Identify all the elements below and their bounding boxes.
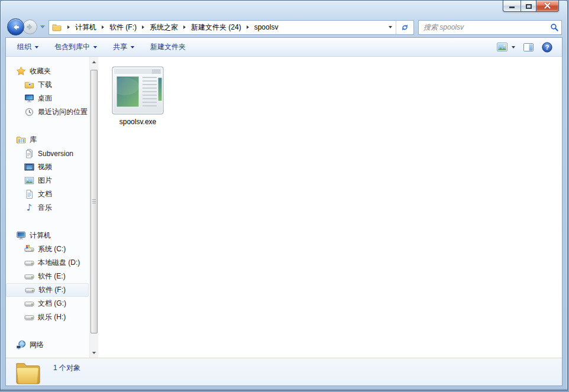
toolbar-button[interactable]: 共享	[113, 42, 134, 52]
toolbar-button[interactable]: 组织	[17, 42, 38, 52]
toolbar-button[interactable]: 新建文件夹	[150, 42, 186, 52]
breadcrumb-item[interactable]: 计算机	[74, 22, 98, 33]
sidebar-section-header[interactable]: 网络	[6, 338, 89, 352]
chevron-down-icon	[35, 46, 38, 48]
file-item[interactable]: spoolsv.exe	[110, 66, 166, 126]
client-area: 组织包含到库中共享新建文件夹	[5, 37, 562, 386]
titlebar[interactable]	[1, 1, 567, 17]
chevron-down-icon	[512, 46, 515, 48]
minimize-button[interactable]	[503, 1, 520, 12]
sidebar-item[interactable]: 图片	[6, 174, 89, 187]
refresh-icon	[400, 23, 409, 32]
sidebar-item-label: Subversion	[38, 150, 73, 158]
sidebar-item[interactable]: 文档	[6, 187, 89, 201]
toolbar-button-label: 新建文件夹	[150, 42, 186, 52]
sidebar-item-label: 文档	[38, 189, 52, 199]
breadcrumb-item[interactable]: 新建文件夹 (24)	[190, 22, 243, 33]
sidebar-item-label: 系统 (C:)	[38, 244, 66, 254]
toolbar-button-label: 组织	[17, 42, 31, 52]
preview-pane-button[interactable]	[523, 43, 534, 51]
sidebar-item-label: 图片	[38, 176, 52, 186]
forward-arrow-icon	[26, 24, 34, 31]
breadcrumb-item[interactable]: spoolsv	[253, 23, 280, 31]
triangle-down-icon	[92, 352, 96, 354]
close-button[interactable]	[536, 1, 559, 12]
address-bar[interactable]: 计算机软件 (F:)系统之家新建文件夹 (24)spoolsv	[49, 20, 414, 35]
sidebar-section-header[interactable]: 收藏夹	[6, 64, 89, 78]
sidebar-item[interactable]: 娱乐 (H:)	[6, 310, 89, 324]
sidebar-section-header[interactable]: 计算机	[6, 229, 89, 242]
search-box	[418, 20, 562, 35]
sidebar-section-label: 收藏夹	[30, 66, 51, 76]
breadcrumb-separator-icon	[102, 25, 104, 29]
sidebar-item[interactable]: 下载	[6, 78, 89, 92]
video-icon	[24, 162, 34, 172]
sidebar-item[interactable]: 软件 (E:)	[6, 270, 89, 283]
recent-pages-dropdown-icon[interactable]	[40, 25, 45, 28]
minimize-icon	[509, 7, 515, 8]
refresh-button[interactable]	[396, 21, 413, 34]
sidebar-item-label: 娱乐 (H:)	[38, 312, 66, 322]
sidebar-section: 收藏夹下载桌面最近访问的位置	[6, 64, 89, 119]
file-name: spoolsv.exe	[110, 118, 166, 126]
sidebar-item[interactable]: Subversion	[6, 147, 89, 160]
views-button[interactable]	[497, 43, 515, 51]
sidebar-item[interactable]: ♪音乐	[6, 201, 89, 215]
document-icon	[24, 189, 34, 199]
library-icon	[16, 135, 26, 145]
command-toolbar: 组织包含到库中共享新建文件夹	[6, 38, 562, 57]
breadcrumb-separator-icon	[142, 25, 144, 29]
recent-places-icon	[24, 107, 34, 117]
triangle-up-icon	[92, 61, 96, 63]
desktop-icon	[24, 93, 34, 103]
folder-icon	[14, 359, 42, 386]
sidebar-item[interactable]: 系统 (C:)	[6, 242, 89, 256]
sidebar-scrollbar[interactable]	[89, 57, 98, 358]
drive-icon	[24, 312, 34, 322]
breadcrumb-item[interactable]: 软件 (F:)	[108, 22, 138, 33]
breadcrumb-separator-icon	[247, 25, 249, 29]
sidebar-section: 计算机系统 (C:)本地磁盘 (D:)软件 (E:)软件 (F:)文档 (G:)…	[6, 229, 89, 324]
toolbar-button[interactable]: 包含到库中	[54, 42, 97, 52]
sidebar-section: 网络	[6, 338, 89, 352]
breadcrumb-separator-icon	[183, 25, 186, 29]
sidebar-item[interactable]: 最近访问的位置	[6, 105, 89, 119]
breadcrumb-item[interactable]: 系统之家	[148, 22, 179, 33]
maximize-button[interactable]	[520, 1, 536, 12]
forward-button[interactable]	[22, 20, 37, 34]
sidebar-item[interactable]: 本地磁盘 (D:)	[6, 256, 89, 270]
sidebar-section-label: 库	[30, 135, 37, 145]
scroll-up-button[interactable]	[90, 57, 98, 67]
chevron-down-icon	[93, 46, 97, 48]
sidebar-item[interactable]: 视频	[6, 160, 89, 174]
system-drive-icon	[24, 244, 34, 254]
sidebar-item-label: 本地磁盘 (D:)	[38, 258, 80, 268]
drive-icon	[24, 258, 34, 268]
sidebar-item[interactable]: 桌面	[6, 92, 89, 105]
sidebar-item-label: 软件 (E:)	[38, 271, 66, 281]
search-icon[interactable]	[547, 23, 561, 32]
navigation-pane: 收藏夹下载桌面最近访问的位置库Subversion视频图片文档♪音乐计算机系统 …	[6, 57, 89, 358]
sidebar-section: 库Subversion视频图片文档♪音乐	[6, 133, 89, 215]
explorer-window: 计算机软件 (F:)系统之家新建文件夹 (24)spoolsv	[0, 0, 568, 391]
back-button[interactable]	[7, 18, 24, 35]
sidebar-section-label: 网络	[30, 340, 44, 350]
maximize-icon	[526, 4, 532, 9]
search-input[interactable]	[419, 23, 547, 31]
address-dropdown-button[interactable]	[385, 21, 396, 34]
sidebar-item-label: 软件 (F:)	[38, 285, 66, 295]
scroll-down-button[interactable]	[90, 348, 98, 358]
chevron-down-icon	[131, 46, 134, 48]
help-button[interactable]: ?	[542, 42, 552, 53]
sidebar-section-header[interactable]: 库	[6, 133, 89, 147]
content-area: 收藏夹下载桌面最近访问的位置库Subversion视频图片文档♪音乐计算机系统 …	[6, 57, 562, 358]
item-count: 1 个对象	[53, 363, 80, 373]
drive-icon	[24, 299, 34, 309]
sidebar-item[interactable]: 软件 (F:)	[6, 283, 89, 297]
help-icon: ?	[542, 42, 552, 53]
toolbar-button-label: 包含到库中	[54, 42, 90, 52]
file-list[interactable]: spoolsv.exe	[98, 57, 562, 358]
scrollbar-thumb[interactable]	[90, 70, 98, 333]
breadcrumb: 计算机软件 (F:)系统之家新建文件夹 (24)spoolsv	[63, 22, 279, 33]
sidebar-item[interactable]: 文档 (G:)	[6, 297, 89, 310]
